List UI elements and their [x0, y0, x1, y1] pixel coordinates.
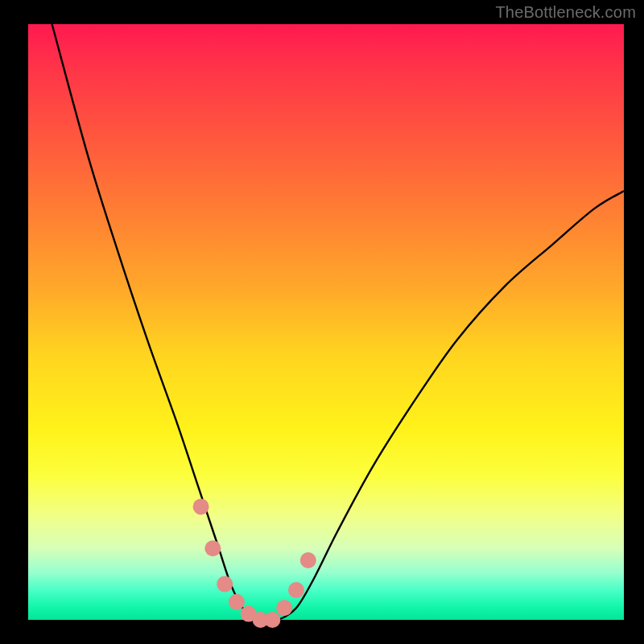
highlight-dot	[276, 600, 292, 616]
highlight-dot	[193, 498, 209, 514]
chart-svg-layer	[28, 24, 624, 620]
highlight-dot	[229, 594, 245, 610]
highlight-dot	[204, 540, 221, 556]
highlight-dot	[288, 582, 304, 598]
highlight-dot	[217, 576, 233, 592]
chart-container: TheBottleneck.com	[0, 0, 644, 644]
highlight-dot	[264, 612, 280, 628]
highlight-dots-group	[193, 498, 316, 628]
highlight-dot	[300, 552, 316, 568]
attribution-label: TheBottleneck.com	[495, 3, 636, 22]
bottleneck-curve	[52, 24, 624, 621]
